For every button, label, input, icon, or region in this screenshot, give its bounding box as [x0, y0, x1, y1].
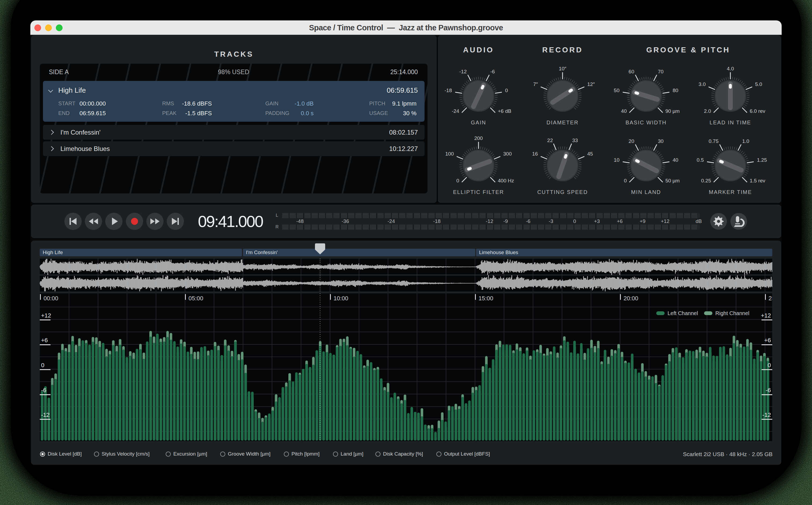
- svg-text:+6: +6: [764, 337, 771, 344]
- svg-text:-12: -12: [762, 411, 771, 418]
- svg-text:20: 20: [629, 138, 634, 144]
- svg-text:-18: -18: [445, 88, 452, 93]
- svg-text:15:00: 15:00: [478, 295, 493, 302]
- svg-text:5.0: 5.0: [755, 81, 762, 87]
- svg-text:1.5 rev: 1.5 rev: [750, 178, 766, 183]
- svg-text:50 µm: 50 µm: [665, 178, 680, 183]
- svg-text:0: 0: [505, 88, 508, 93]
- svg-text:05:00: 05:00: [189, 295, 203, 302]
- svg-text:-6: -6: [766, 387, 771, 393]
- svg-text:80: 80: [673, 88, 678, 93]
- svg-text:20:00: 20:00: [623, 295, 638, 302]
- svg-text:12″: 12″: [587, 81, 595, 87]
- svg-text:Left Channel: Left Channel: [667, 310, 698, 316]
- svg-text:1.25: 1.25: [757, 157, 767, 163]
- svg-text:0: 0: [624, 178, 627, 183]
- svg-text:90 µm: 90 µm: [665, 108, 680, 114]
- svg-text:0.75: 0.75: [708, 138, 719, 144]
- svg-text:3.0: 3.0: [699, 81, 706, 87]
- svg-text:2.0: 2.0: [704, 108, 711, 114]
- svg-text:10:00: 10:00: [334, 295, 348, 302]
- svg-text:-6: -6: [490, 69, 495, 74]
- svg-text:7″: 7″: [533, 81, 538, 87]
- svg-text:6.0 rev: 6.0 rev: [750, 108, 766, 114]
- svg-text:10″: 10″: [559, 66, 566, 71]
- svg-text:60: 60: [629, 69, 634, 74]
- svg-text:0.25: 0.25: [701, 178, 711, 183]
- svg-text:16: 16: [532, 151, 538, 157]
- svg-text:00:00: 00:00: [43, 295, 58, 302]
- svg-text:0: 0: [41, 362, 44, 368]
- svg-text:Right Channel: Right Channel: [715, 310, 750, 316]
- svg-text:100: 100: [445, 151, 454, 157]
- svg-text:+6 dB: +6 dB: [498, 108, 511, 114]
- svg-text:-24: -24: [452, 108, 459, 114]
- svg-text:+12: +12: [41, 312, 51, 319]
- svg-text:+12: +12: [761, 312, 771, 319]
- svg-text:30: 30: [658, 138, 663, 144]
- svg-text:+6: +6: [41, 337, 48, 344]
- svg-text:50: 50: [614, 88, 619, 93]
- svg-text:0: 0: [768, 362, 771, 368]
- svg-text:-12: -12: [41, 411, 50, 418]
- svg-text:200: 200: [474, 135, 483, 141]
- svg-text:400 Hz: 400 Hz: [498, 178, 514, 183]
- svg-text:70: 70: [658, 69, 663, 74]
- svg-text:40: 40: [621, 108, 627, 114]
- svg-text:10: 10: [614, 157, 619, 163]
- svg-text:4.0: 4.0: [727, 66, 734, 71]
- svg-text:-12: -12: [459, 69, 467, 74]
- svg-text:0: 0: [456, 178, 459, 183]
- svg-text:25: 25: [769, 295, 772, 302]
- svg-text:0.5: 0.5: [697, 157, 704, 163]
- svg-text:1.0: 1.0: [742, 138, 749, 144]
- svg-text:-6: -6: [41, 387, 46, 393]
- svg-text:22: 22: [547, 138, 553, 143]
- svg-text:45: 45: [587, 151, 593, 157]
- svg-text:300: 300: [503, 151, 512, 157]
- svg-text:40: 40: [673, 157, 678, 163]
- svg-text:33: 33: [572, 138, 578, 143]
